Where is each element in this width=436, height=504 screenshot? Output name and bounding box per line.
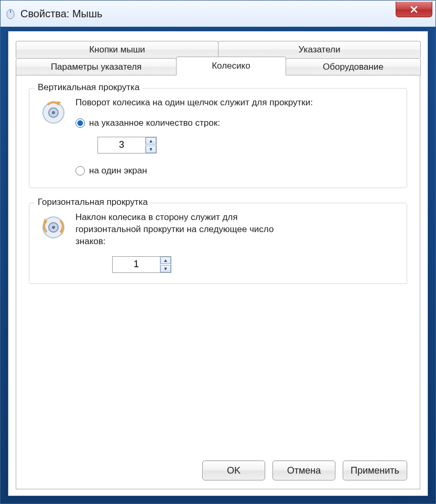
radio-lines-input[interactable] — [75, 118, 85, 128]
tab-buttons[interactable]: Кнопки мыши — [16, 41, 219, 58]
horizontal-caption: Наклон колесика в сторону служит для гор… — [75, 212, 275, 248]
mouse-icon — [5, 8, 16, 19]
close-button[interactable] — [396, 2, 432, 17]
group-vertical-title: Вертикальная прокрутка — [35, 82, 143, 93]
radio-screen-label: на один экран — [89, 165, 147, 177]
button-bar: OK Отмена Применить — [202, 461, 407, 480]
lines-down-button[interactable]: ▼ — [146, 146, 156, 153]
lines-up-button[interactable]: ▲ — [146, 137, 156, 145]
svg-point-5 — [52, 111, 55, 114]
tab-pointers[interactable]: Указатели — [218, 41, 421, 58]
mouse-properties-dialog: Свойства: Мышь Кнопки мыши Указатели Пар… — [0, 0, 436, 504]
apply-button[interactable]: Применить — [343, 461, 407, 480]
wheel-vertical-icon — [39, 97, 68, 126]
close-icon — [410, 6, 418, 13]
group-vertical-scroll: Вертикальная прокрутка Поворот колесика … — [29, 88, 407, 188]
svg-point-9 — [52, 226, 55, 229]
radio-lines-label: на указанное количество строк: — [89, 117, 220, 129]
client-area: Кнопки мыши Указатели Параметры указател… — [8, 31, 428, 496]
group-horizontal-scroll: Горизонтальная прокрутка — [29, 203, 407, 284]
titlebar[interactable]: Свойства: Мышь — [1, 1, 435, 27]
chars-down-button[interactable]: ▼ — [160, 265, 171, 272]
group-horizontal-title: Горизонтальная прокрутка — [35, 197, 151, 207]
chars-up-button[interactable]: ▲ — [160, 257, 171, 264]
tab-wheel[interactable]: Колесико — [176, 57, 286, 75]
tab-hardware[interactable]: Оборудование — [286, 58, 421, 75]
chars-spinner: ▲ ▼ — [112, 256, 171, 273]
chevron-down-icon: ▼ — [149, 146, 154, 152]
radio-lines[interactable]: на указанное количество строк: — [75, 117, 397, 129]
chevron-up-icon: ▲ — [149, 138, 154, 144]
radio-screen[interactable]: на один экран — [75, 165, 397, 177]
title-text: Свойства: Мышь — [20, 8, 431, 20]
lines-input[interactable] — [98, 137, 145, 153]
chevron-up-icon: ▲ — [164, 257, 168, 264]
cancel-button[interactable]: Отмена — [272, 461, 335, 480]
vertical-caption: Поворот колесика на один щелчок служит д… — [75, 97, 397, 109]
ok-button[interactable]: OK — [202, 461, 265, 480]
wheel-horizontal-icon — [39, 212, 68, 241]
chevron-down-icon: ▼ — [164, 266, 168, 272]
radio-screen-input[interactable] — [75, 166, 85, 176]
chars-input[interactable] — [113, 257, 160, 272]
svg-rect-2 — [10, 10, 11, 13]
tab-pointer-options[interactable]: Параметры указателя — [16, 58, 177, 75]
tab-content-wheel: Вертикальная прокрутка Поворот колесика … — [16, 75, 420, 489]
tab-strip: Кнопки мыши Указатели Параметры указател… — [8, 31, 428, 75]
lines-spinner: ▲ ▼ — [97, 137, 157, 154]
